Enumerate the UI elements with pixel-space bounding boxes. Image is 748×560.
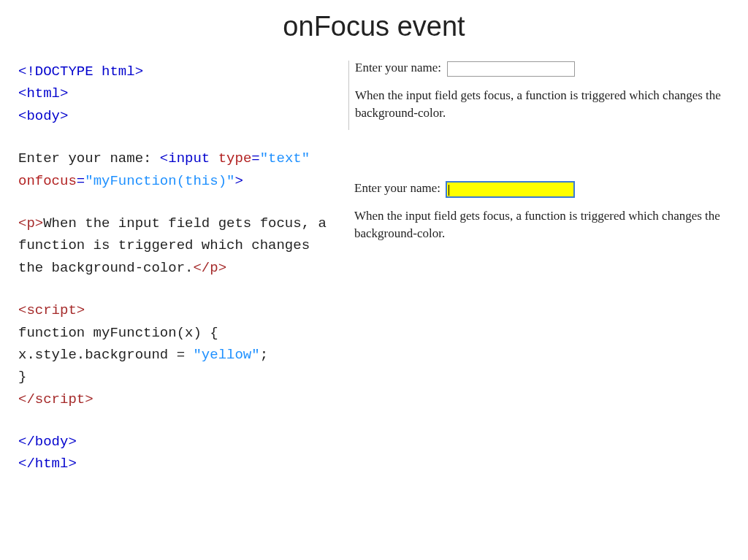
code-tag: <p> bbox=[18, 215, 43, 231]
code-text: When the input field gets focus, a funct… bbox=[18, 215, 327, 276]
code-val: "yellow" bbox=[193, 347, 259, 363]
code-tag: <input bbox=[160, 150, 218, 166]
code-val: "text" bbox=[260, 150, 310, 166]
content-row: <!DOCTYPE html> <html> <body> Enter your… bbox=[0, 61, 748, 475]
code-tag: </body> bbox=[18, 434, 77, 450]
text-cursor bbox=[449, 185, 449, 196]
output-focused: Enter your name: When the input field ge… bbox=[354, 181, 727, 243]
code-text: x.style.background = bbox=[18, 347, 193, 363]
code-text: } bbox=[18, 369, 26, 385]
output-unfocused: Enter your name: When the input field ge… bbox=[348, 61, 727, 130]
code-val: "myFunction(this)" bbox=[85, 173, 234, 189]
code-tag: </html> bbox=[18, 456, 77, 472]
slide-title: onFocus event bbox=[0, 11, 748, 42]
code-line: <!DOCTYPE html> bbox=[18, 64, 143, 80]
code-tag: <script> bbox=[18, 302, 85, 318]
code-block: <!DOCTYPE html> <html> <body> Enter your… bbox=[18, 61, 340, 475]
code-text: ; bbox=[260, 347, 268, 363]
code-eq: = bbox=[251, 150, 259, 166]
code-eq: = bbox=[77, 173, 85, 189]
code-text: Enter your name: bbox=[18, 150, 160, 166]
code-line: <html> bbox=[18, 85, 68, 101]
output-label: Enter your name: bbox=[355, 61, 441, 74]
output-description: When the input field gets focus, a funct… bbox=[354, 207, 727, 243]
output-column: Enter your name: When the input field ge… bbox=[340, 61, 727, 475]
code-line: <body> bbox=[18, 108, 68, 124]
code-tag: > bbox=[234, 173, 243, 189]
code-text: function myFunction(x) { bbox=[18, 325, 218, 341]
code-tag: </script> bbox=[18, 391, 94, 407]
output-label: Enter your name: bbox=[354, 181, 440, 195]
output-description: When the input field gets focus, a funct… bbox=[355, 87, 727, 123]
name-input-focused[interactable] bbox=[446, 182, 574, 197]
code-attr: type bbox=[218, 150, 252, 166]
name-input-unfocused[interactable] bbox=[447, 61, 575, 77]
code-tag: </p> bbox=[193, 260, 226, 276]
code-attr: onfocus bbox=[18, 173, 77, 189]
